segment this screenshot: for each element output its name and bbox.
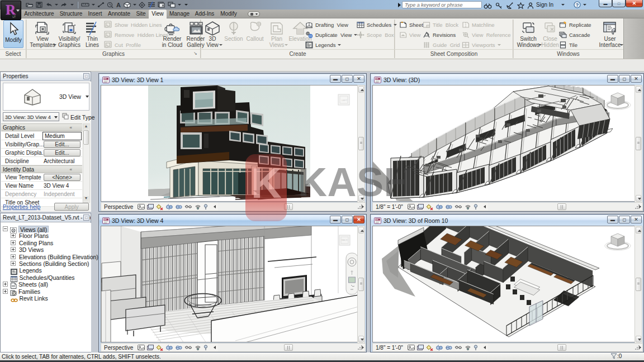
svg-text:?: ? [576, 2, 579, 8]
svg-text:LEFT: LEFT [342, 99, 348, 102]
svg-text:BACK: BACK [342, 239, 348, 241]
